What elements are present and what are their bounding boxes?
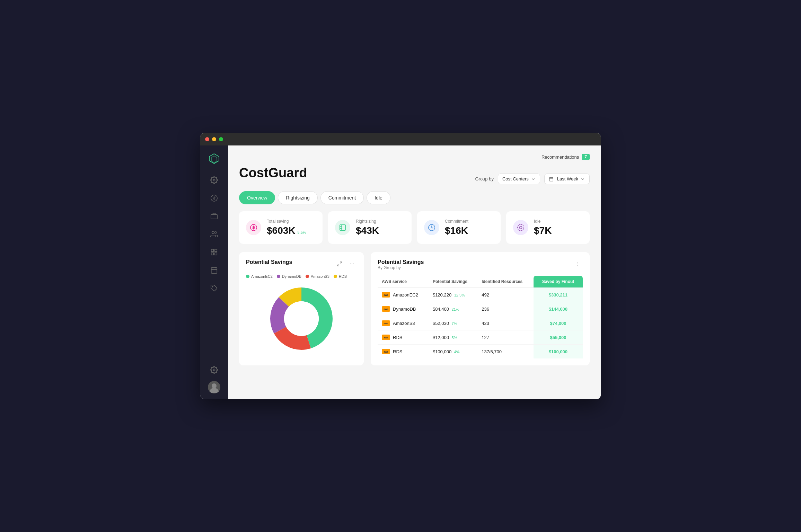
group-by-label: Group by [475, 176, 493, 181]
commitment-value: $16K [445, 225, 468, 236]
table-panel: Potential Savings By Group by [371, 252, 590, 365]
commitment-icon [424, 220, 439, 235]
sidebar-nav [209, 175, 220, 364]
sidebar-item-tag[interactable] [209, 283, 220, 294]
donut-panel: Potential Savings [239, 252, 364, 365]
svg-point-20 [350, 264, 351, 264]
legend-dot-s3 [306, 275, 309, 278]
saved-ec2: $330,211 [534, 288, 583, 302]
tab-idle[interactable]: Idle [367, 191, 390, 204]
expand-dot[interactable] [219, 137, 223, 141]
svg-point-0 [213, 179, 215, 181]
svg-rect-6 [211, 253, 213, 255]
svg-point-17 [519, 226, 522, 229]
table-panel-subtitle: By Group by [378, 265, 424, 270]
metric-card-total: Total saving $603K5.5% [239, 211, 323, 244]
svg-point-29 [578, 264, 578, 264]
svg-point-16 [518, 224, 524, 231]
service-cell-rds2: aws RDS [382, 349, 424, 354]
col-savings: Potential Savings [429, 276, 477, 288]
svg-rect-12 [549, 177, 553, 181]
commitment-label: Commitment [445, 219, 468, 224]
sidebar-bottom [208, 364, 220, 393]
app-window: Recommendations 7 CostGuard Group by Cos… [200, 133, 601, 399]
top-bar: Recommendations 7 [239, 154, 590, 160]
sidebar-item-gear[interactable] [209, 364, 220, 375]
table-row: aws DynamoDB $84,400 21% 236 $144,000 [378, 302, 583, 316]
donut-panel-title: Potential Savings [246, 259, 292, 265]
col-saved: Saved by Finout [534, 276, 583, 288]
table-wrapper: AWS service Potential Savings Identified… [378, 276, 583, 358]
svg-point-22 [353, 264, 354, 264]
table-row: aws RDS $12,000 5% 127 $55,000 [378, 330, 583, 345]
sidebar-item-cost[interactable] [209, 193, 220, 204]
aws-icon-rds: aws [382, 335, 390, 340]
metric-cards: Total saving $603K5.5% Rightsizing [239, 211, 590, 244]
logo-icon[interactable] [206, 151, 222, 166]
group-by-select[interactable]: Cost Centers [498, 174, 540, 184]
aws-icon-rds2: aws [382, 349, 390, 354]
more-options-button[interactable] [347, 259, 357, 269]
legend-dot-rds [334, 275, 337, 278]
tab-overview[interactable]: Overview [239, 191, 275, 204]
svg-line-18 [340, 262, 342, 264]
svg-rect-7 [215, 253, 217, 255]
saved-s3: $74,000 [534, 316, 583, 330]
donut-legend: AmazonEC2 DynamoDB AmazonS3 RDS [246, 274, 357, 278]
service-cell-dynamo: aws DynamoDB [382, 306, 424, 312]
svg-point-11 [212, 383, 217, 388]
table-panel-header: Potential Savings By Group by [378, 259, 583, 270]
sidebar [200, 145, 228, 399]
metric-card-commitment: Commitment $16K [417, 211, 501, 244]
close-dot[interactable] [205, 137, 209, 141]
sidebar-item-calendar[interactable] [209, 265, 220, 276]
saved-dynamo: $144,000 [534, 302, 583, 316]
svg-point-28 [578, 262, 578, 263]
col-service: AWS service [378, 276, 429, 288]
col-resources: Identified Resources [477, 276, 534, 288]
rightsizing-value: $43K [356, 225, 379, 236]
aws-icon-ec2: aws [382, 292, 390, 298]
svg-rect-4 [211, 249, 213, 251]
total-saving-icon [246, 220, 261, 235]
service-cell-rds: aws RDS [382, 335, 424, 340]
main-content: Recommendations 7 CostGuard Group by Cos… [228, 145, 601, 399]
tab-rightsizing[interactable]: Rightsizing [278, 191, 317, 204]
table-row: aws RDS $100,000 4% 137/5,700 $100,000 [378, 345, 583, 359]
tabs: Overview Rightsizing Commitment Idle [239, 191, 590, 204]
total-saving-value: $603K5.5% [267, 225, 306, 236]
titlebar [200, 133, 601, 145]
svg-point-3 [212, 231, 214, 234]
date-range-select[interactable]: Last Week [544, 174, 590, 184]
svg-rect-2 [211, 214, 217, 219]
total-saving-label: Total saving [267, 219, 306, 224]
service-cell-ec2: aws AmazonEC2 [382, 292, 424, 298]
table-panel-actions [573, 259, 583, 269]
saved-rds: $55,000 [534, 330, 583, 345]
bottom-panels: Potential Savings [239, 252, 590, 365]
svg-rect-8 [211, 268, 217, 274]
svg-rect-14 [340, 225, 346, 231]
metric-card-idle: Idle $7K [506, 211, 590, 244]
idle-value: $7K [534, 225, 552, 236]
table-more-options-button[interactable] [573, 259, 583, 269]
donut-panel-header: Potential Savings [246, 259, 357, 269]
svg-point-21 [352, 264, 352, 264]
app-body: Recommendations 7 CostGuard Group by Cos… [200, 145, 601, 399]
minimize-dot[interactable] [212, 137, 216, 141]
expand-button[interactable] [335, 259, 344, 269]
sidebar-item-grid[interactable] [209, 247, 220, 258]
legend-dot-ec2 [246, 275, 249, 278]
metric-card-rightsizing: Rightsizing $43K [328, 211, 412, 244]
idle-label: Idle [534, 219, 552, 224]
sidebar-item-team[interactable] [209, 229, 220, 240]
recommendations-badge[interactable]: 7 [582, 154, 590, 160]
table-row: aws AmazonS3 $52,030 7% 423 $74,000 [378, 316, 583, 330]
saved-rds2: $100,000 [534, 345, 583, 359]
svg-rect-5 [215, 249, 217, 251]
user-avatar[interactable] [208, 381, 220, 393]
tab-commitment[interactable]: Commitment [320, 191, 364, 204]
sidebar-item-settings[interactable] [209, 175, 220, 186]
sidebar-item-briefcase[interactable] [209, 211, 220, 222]
svg-point-10 [213, 369, 215, 371]
